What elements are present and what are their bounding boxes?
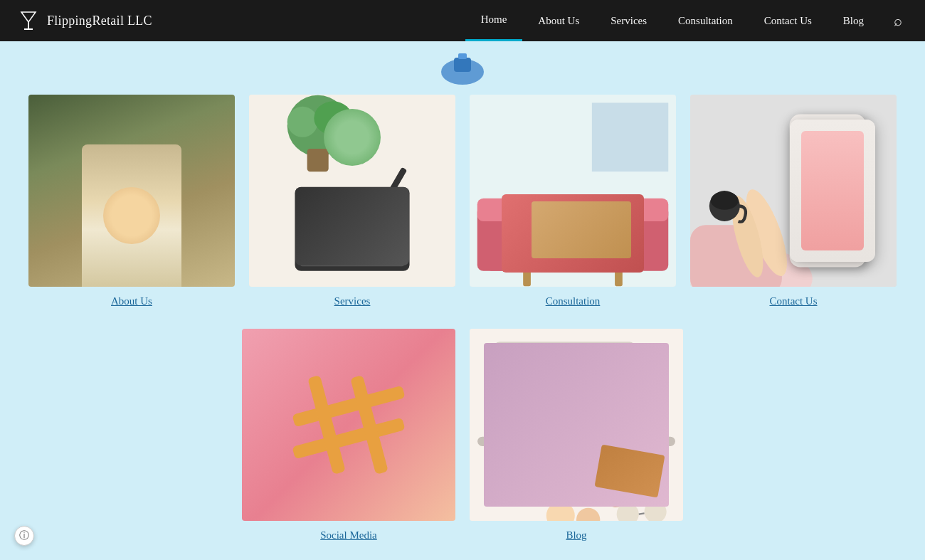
nav-item-consultation[interactable]: Consultation: [662, 0, 749, 41]
nav-link-home[interactable]: Home: [465, 0, 523, 41]
svg-point-7: [287, 107, 318, 137]
cards-row-2: Social Media: [28, 329, 897, 541]
card-services-link[interactable]: Services: [334, 295, 371, 307]
svg-rect-22: [477, 199, 669, 221]
svg-rect-23: [515, 248, 630, 256]
consultation-svg: [470, 95, 676, 287]
svg-rect-4: [458, 53, 467, 59]
svg-rect-18: [592, 102, 668, 171]
nav-link-about[interactable]: About Us: [522, 0, 595, 41]
svg-rect-13: [353, 194, 398, 225]
nav-item-home[interactable]: Home: [465, 0, 523, 41]
cards-row-1: About Us: [28, 95, 897, 307]
svg-rect-34: [803, 149, 852, 225]
svg-rect-5: [249, 95, 455, 287]
svg-rect-47: [549, 461, 591, 492]
svg-point-28: [592, 199, 638, 229]
card-blog-image: [470, 329, 683, 521]
svg-rect-41: [493, 342, 635, 436]
svg-point-44: [500, 467, 534, 502]
nav-link-services[interactable]: Services: [595, 0, 662, 41]
info-badge[interactable]: ⓘ: [14, 526, 34, 546]
card-social-media-link[interactable]: Social Media: [320, 529, 377, 541]
contact-svg: [690, 95, 897, 287]
search-icon[interactable]: ⌕: [888, 7, 908, 35]
navbar: FlippingRetail LLC Home About Us Service…: [0, 0, 925, 41]
svg-rect-42: [500, 348, 629, 430]
top-decoration: [28, 48, 897, 95]
card-social-media: Social Media: [242, 329, 455, 541]
logo-icon: [17, 9, 40, 32]
nav-link-contact[interactable]: Contact Us: [749, 0, 828, 41]
svg-point-8: [314, 101, 352, 134]
main-content: About Us: [0, 41, 925, 560]
card-contact-us-link[interactable]: Contact Us: [769, 295, 817, 307]
svg-point-49: [609, 457, 662, 495]
card-contact-us: Contact Us: [690, 95, 897, 307]
nav-links: Home About Us Services Consultation Cont…: [465, 0, 879, 41]
card-consultation-image: [470, 95, 676, 287]
svg-rect-32: [790, 115, 866, 268]
card-consultation: Consultation: [470, 95, 676, 307]
blog-svg: [470, 329, 683, 521]
top-icon: [434, 48, 491, 88]
svg-point-27: [508, 199, 554, 229]
card-blog-link[interactable]: Blog: [566, 529, 586, 541]
card-consultation-link[interactable]: Consultation: [546, 295, 601, 307]
svg-rect-33: [796, 125, 860, 258]
nav-item-about[interactable]: About Us: [522, 0, 595, 41]
svg-point-46: [588, 472, 635, 512]
svg-rect-43: [477, 437, 675, 446]
nav-link-blog[interactable]: Blog: [828, 0, 879, 41]
svg-rect-12: [302, 194, 348, 225]
card-about-us: About Us: [28, 95, 235, 307]
svg-point-53: [645, 501, 667, 521]
nav-item-contact[interactable]: Contact Us: [749, 0, 828, 41]
card-contact-us-image: [690, 95, 897, 287]
svg-rect-40: [470, 329, 683, 521]
svg-point-50: [546, 502, 575, 521]
svg-rect-14: [302, 230, 348, 260]
svg-rect-11: [300, 191, 405, 266]
svg-rect-3: [454, 58, 471, 72]
site-logo[interactable]: FlippingRetail LLC: [17, 9, 152, 32]
nav-item-services[interactable]: Services: [595, 0, 662, 41]
svg-point-39: [711, 191, 739, 210]
card-about-us-image: [28, 95, 235, 287]
site-name: FlippingRetail LLC: [47, 14, 152, 28]
nav-link-consultation[interactable]: Consultation: [662, 0, 749, 41]
svg-rect-15: [353, 230, 398, 260]
svg-point-35: [822, 242, 834, 254]
card-social-media-image: [242, 329, 455, 521]
svg-rect-48: [589, 456, 628, 485]
svg-rect-10: [295, 187, 409, 271]
hashtag-shape: [292, 375, 406, 475]
card-about-us-link[interactable]: About Us: [111, 295, 152, 307]
svg-rect-9: [307, 149, 329, 171]
card-blog: Blog: [470, 329, 683, 541]
svg-rect-24: [523, 255, 531, 286]
hashtag-hbar2: [292, 418, 405, 460]
nav-item-blog[interactable]: Blog: [828, 0, 879, 41]
top-svg-icon: [434, 51, 491, 86]
hashtag-vbar1: [307, 375, 346, 475]
svg-rect-25: [615, 255, 623, 286]
svg-line-54: [639, 513, 645, 514]
svg-rect-19: [485, 210, 638, 271]
services-svg: [249, 95, 455, 287]
card-services: Services: [249, 95, 455, 307]
svg-rect-26: [558, 241, 581, 258]
svg-point-52: [617, 503, 639, 521]
card-services-image: [249, 95, 455, 287]
svg-point-45: [507, 475, 527, 494]
